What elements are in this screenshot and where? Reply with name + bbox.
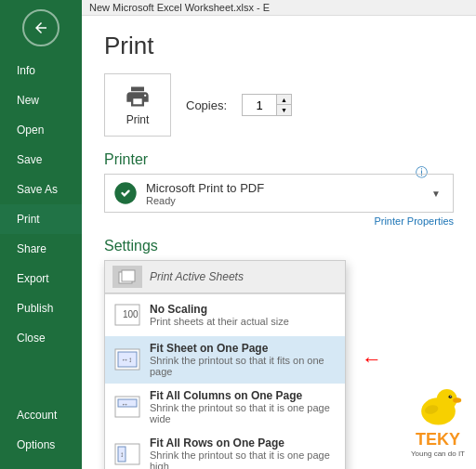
copies-label: Copies:	[186, 98, 227, 112]
sidebar-bottom: Account Options	[0, 400, 82, 469]
scaling-option-no-scaling[interactable]: 100 No Scaling Print sheets at their act…	[105, 294, 345, 336]
sidebar: Info New Open Save Save As Print Share E…	[0, 0, 82, 469]
sidebar-item-options[interactable]: Options	[0, 430, 82, 460]
fit-columns-icon: ↔	[112, 392, 142, 422]
fit-columns-svg: ↔	[113, 395, 141, 419]
settings-section-header: Settings	[104, 238, 454, 254]
settings-section: Settings Print Active Sheets	[104, 238, 454, 469]
teky-e: E	[426, 430, 437, 449]
no-scaling-title: No Scaling	[150, 303, 337, 316]
svg-text:↔↕: ↔↕	[121, 356, 132, 364]
sidebar-item-save[interactable]: Save	[0, 145, 82, 175]
sheets-icon	[118, 269, 137, 284]
printer-dropdown-arrow[interactable]: ▼	[427, 189, 445, 199]
fit-sheet-icon: ↔↕	[112, 345, 142, 374]
printer-status: Ready	[146, 195, 419, 206]
printer-icon	[125, 84, 151, 110]
fit-sheet-text: Fit Sheet on One Page Shrink the printou…	[150, 342, 337, 377]
teky-logo: TEKY Young can do IT	[411, 379, 465, 458]
no-scaling-text: No Scaling Print sheets at their actual …	[150, 303, 337, 327]
sidebar-item-share[interactable]: Share	[0, 234, 82, 264]
svg-point-20	[450, 396, 451, 397]
copies-up-button[interactable]: ▲	[276, 95, 291, 105]
scaling-header-label: Print Active Sheets	[150, 270, 244, 283]
svg-text:↕: ↕	[120, 450, 124, 459]
scaling-header-icon	[112, 266, 142, 288]
back-button[interactable]	[22, 9, 60, 46]
no-scaling-desc: Print sheets at their actual size	[150, 316, 337, 327]
fit-columns-text: Fit All Columns on One Page Shrink the p…	[150, 389, 337, 424]
printer-name: Microsoft Print to PDF	[146, 181, 419, 195]
fit-rows-svg: ↕	[113, 442, 141, 466]
svg-rect-2	[122, 270, 135, 281]
no-scaling-icon: 100	[112, 300, 142, 330]
printer-device-icon	[112, 180, 139, 206]
sidebar-item-open[interactable]: Open	[0, 115, 82, 145]
sidebar-item-export[interactable]: Export	[0, 264, 82, 293]
printer-properties-link[interactable]: Printer Properties	[104, 215, 454, 227]
teky-tagline: Young can do IT	[411, 449, 465, 458]
svg-point-21	[453, 397, 461, 403]
fit-rows-text: Fit All Rows on One Page Shrink the prin…	[150, 436, 337, 469]
print-button-label: Print	[126, 113, 150, 126]
teky-brand-name: TEKY	[416, 430, 460, 449]
no-scaling-svg: 100	[113, 303, 141, 327]
main-content: New Microsoft Excel Worksheet.xlsx - E P…	[82, 0, 476, 469]
page-title: Print	[104, 32, 454, 60]
sidebar-item-save-as[interactable]: Save As	[0, 175, 82, 204]
fit-rows-title: Fit All Rows on One Page	[150, 436, 337, 449]
fit-sheet-svg: ↔↕	[113, 347, 141, 371]
teky-t: T	[416, 430, 426, 449]
printer-selector[interactable]: Microsoft Print to PDF Ready ▼	[104, 174, 454, 213]
red-arrow: ←	[362, 347, 382, 371]
sidebar-item-new[interactable]: New	[0, 85, 82, 115]
spinner-buttons: ▲ ▼	[276, 95, 291, 115]
fit-sheet-desc: Shrink the printout so that it fits on o…	[150, 355, 337, 377]
scaling-option-fit-sheet[interactable]: ↔↕ Fit Sheet on One Page Shrink the prin…	[105, 336, 345, 384]
teky-duck-icon	[413, 379, 464, 430]
title-bar: New Microsoft Excel Worksheet.xlsx - E	[82, 0, 476, 16]
sidebar-item-publish[interactable]: Publish	[0, 293, 82, 323]
teky-k: K	[437, 430, 449, 449]
fit-sheet-title: Fit Sheet on One Page	[150, 342, 337, 355]
fit-columns-desc: Shrink the printout so that it is one pa…	[150, 402, 337, 424]
sidebar-item-info[interactable]: Info	[0, 56, 82, 85]
fit-rows-desc: Shrink the printout so that it is one pa…	[150, 449, 337, 469]
print-button[interactable]: Print	[104, 73, 171, 137]
printer-info: Microsoft Print to PDF Ready	[146, 181, 419, 206]
copies-input[interactable]	[243, 98, 276, 112]
sidebar-item-print[interactable]: Print	[0, 204, 82, 234]
fit-rows-icon: ↕	[112, 439, 142, 469]
copies-row: Print Copies: ▲ ▼	[104, 73, 454, 137]
scaling-option-fit-rows[interactable]: ↕ Fit All Rows on One Page Shrink the pr…	[105, 431, 345, 469]
sidebar-item-account[interactable]: Account	[0, 400, 82, 430]
fit-columns-title: Fit All Columns on One Page	[150, 389, 337, 402]
scaling-header: Print Active Sheets	[105, 261, 345, 293]
svg-text:100: 100	[123, 309, 139, 319]
svg-text:↔: ↔	[121, 400, 128, 409]
scaling-option-fit-columns[interactable]: ↔ Fit All Columns on One Page Shrink the…	[105, 384, 345, 431]
copies-down-button[interactable]: ▼	[276, 105, 291, 115]
printer-section: Printer ⓘ Microsoft Print to PDF Ready ▼	[104, 151, 454, 227]
scaling-dropdown: Print Active Sheets 100 No Scaling	[104, 260, 346, 469]
sidebar-navigation: Info New Open Save Save As Print Share E…	[0, 56, 82, 400]
printer-section-header: Printer	[104, 151, 454, 168]
copies-spinner[interactable]: ▲ ▼	[242, 94, 292, 116]
svg-point-19	[448, 395, 452, 398]
teky-y: Y	[449, 430, 460, 449]
sidebar-item-close[interactable]: Close	[0, 323, 82, 353]
